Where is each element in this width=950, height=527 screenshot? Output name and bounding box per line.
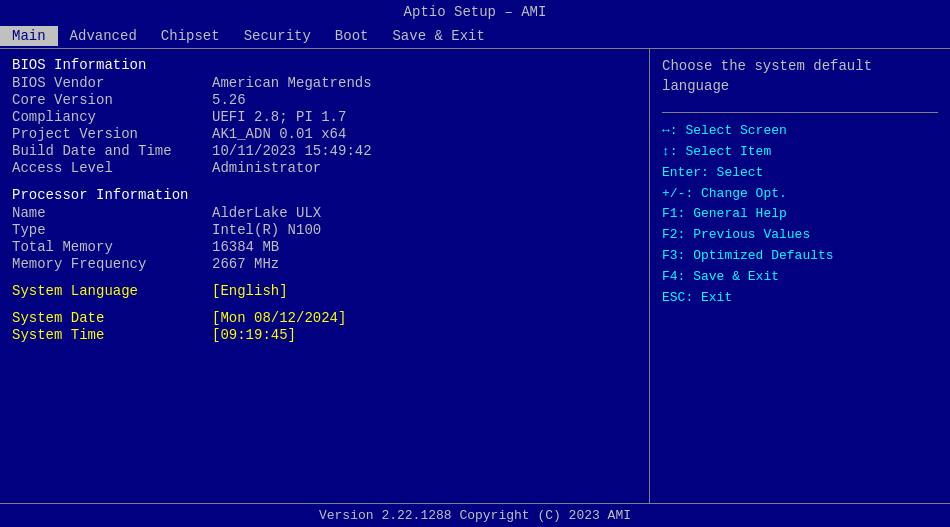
footer-text: Version 2.22.1288 Copyright (C) 2023 AMI <box>319 508 631 523</box>
bios-rows: BIOS VendorAmerican MegatrendsCore Versi… <box>12 75 637 176</box>
menu-item-advanced[interactable]: Advanced <box>58 26 149 46</box>
app: Aptio Setup – AMI MainAdvancedChipsetSec… <box>0 0 950 527</box>
processor-row-value: AlderLake ULX <box>212 205 321 221</box>
processor-row-value: 2667 MHz <box>212 256 279 272</box>
key-help-item: F4: Save & Exit <box>662 267 938 288</box>
key-help-item: F1: General Help <box>662 204 938 225</box>
key-help-item: F2: Previous Values <box>662 225 938 246</box>
system-language-value: [English] <box>212 283 288 299</box>
bios-row-label: Access Level <box>12 160 212 176</box>
processor-row-label: Memory Frequency <box>12 256 212 272</box>
bios-row-label: Build Date and Time <box>12 143 212 159</box>
system-time-value: [09:19:45] <box>212 327 296 343</box>
help-divider <box>662 112 938 113</box>
bios-row-value: AK1_ADN 0.01 x64 <box>212 126 346 142</box>
system-time-row[interactable]: System Time [09:19:45] <box>12 327 637 343</box>
bios-row-value: Administrator <box>212 160 321 176</box>
menu-item-security[interactable]: Security <box>232 26 323 46</box>
menu-item-main[interactable]: Main <box>0 26 58 46</box>
bios-row-label: BIOS Vendor <box>12 75 212 91</box>
bios-row-value: UEFI 2.8; PI 1.7 <box>212 109 346 125</box>
bios-row: Project VersionAK1_ADN 0.01 x64 <box>12 126 637 142</box>
processor-section-header: Processor Information <box>12 187 637 203</box>
menu-item-save-and-exit[interactable]: Save & Exit <box>380 26 496 46</box>
bios-row-label: Core Version <box>12 92 212 108</box>
bios-row: Access LevelAdministrator <box>12 160 637 176</box>
menu-item-boot[interactable]: Boot <box>323 26 381 46</box>
left-panel: BIOS Information BIOS VendorAmerican Meg… <box>0 49 650 503</box>
processor-row: Total Memory16384 MB <box>12 239 637 255</box>
bios-row: Core Version5.26 <box>12 92 637 108</box>
key-help-item: ESC: Exit <box>662 288 938 309</box>
system-date-value: [Mon 08/12/2024] <box>212 310 346 326</box>
processor-row-value: Intel(R) N100 <box>212 222 321 238</box>
bios-row-value: American Megatrends <box>212 75 372 91</box>
processor-row-label: Type <box>12 222 212 238</box>
processor-rows: NameAlderLake ULXTypeIntel(R) N100Total … <box>12 205 637 272</box>
processor-row-value: 16384 MB <box>212 239 279 255</box>
key-help-item: Enter: Select <box>662 163 938 184</box>
key-help-item: ↔: Select Screen <box>662 121 938 142</box>
processor-row: Memory Frequency 2667 MHz <box>12 256 637 272</box>
key-help: ↔: Select Screen↕: Select ItemEnter: Sel… <box>662 121 938 308</box>
key-help-item: F3: Optimized Defaults <box>662 246 938 267</box>
help-text: Choose the system default language <box>662 57 938 96</box>
system-date-row[interactable]: System Date [Mon 08/12/2024] <box>12 310 637 326</box>
bios-row-label: Project Version <box>12 126 212 142</box>
key-help-item: ↕: Select Item <box>662 142 938 163</box>
title-text: Aptio Setup – AMI <box>404 4 547 20</box>
bios-row-value: 10/11/2023 15:49:42 <box>212 143 372 159</box>
system-time-label: System Time <box>12 327 212 343</box>
right-panel: Choose the system default language ↔: Se… <box>650 49 950 503</box>
footer: Version 2.22.1288 Copyright (C) 2023 AMI <box>0 503 950 527</box>
title-bar: Aptio Setup – AMI <box>0 0 950 24</box>
bios-row: BIOS VendorAmerican Megatrends <box>12 75 637 91</box>
bios-row: Build Date and Time10/11/2023 15:49:42 <box>12 143 637 159</box>
bios-section-header: BIOS Information <box>12 57 637 73</box>
bios-row-label: Compliancy <box>12 109 212 125</box>
key-help-item: +/-: Change Opt. <box>662 184 938 205</box>
system-language-label: System Language <box>12 283 212 299</box>
processor-row: TypeIntel(R) N100 <box>12 222 637 238</box>
processor-row: NameAlderLake ULX <box>12 205 637 221</box>
system-date-label: System Date <box>12 310 212 326</box>
bios-row: CompliancyUEFI 2.8; PI 1.7 <box>12 109 637 125</box>
processor-row-label: Name <box>12 205 212 221</box>
system-language-row[interactable]: System Language [English] <box>12 283 637 299</box>
content: BIOS Information BIOS VendorAmerican Meg… <box>0 49 950 503</box>
processor-row-label: Total Memory <box>12 239 212 255</box>
bios-row-value: 5.26 <box>212 92 246 108</box>
menu-bar: MainAdvancedChipsetSecurityBootSave & Ex… <box>0 24 950 49</box>
menu-item-chipset[interactable]: Chipset <box>149 26 232 46</box>
